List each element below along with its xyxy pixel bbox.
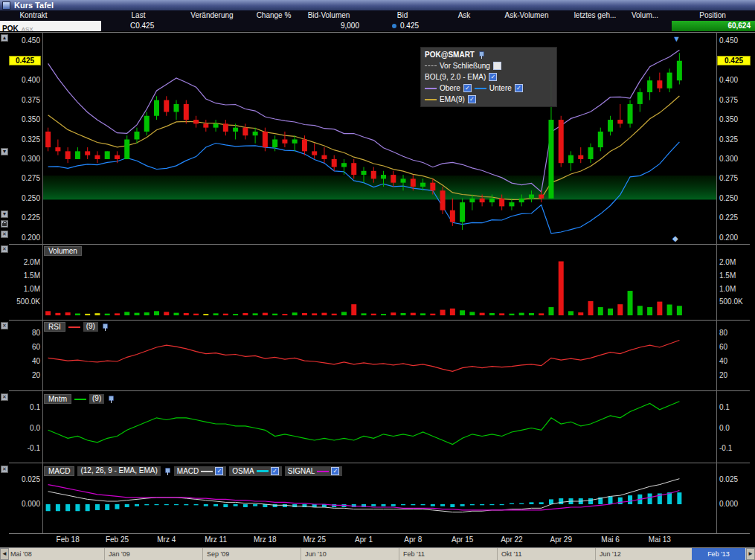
volume-bars xyxy=(45,261,682,315)
contract-cell[interactable]: POKASX xyxy=(0,21,101,31)
rsi-line-sample xyxy=(68,326,80,328)
rsi-panel-label: RSI xyxy=(44,322,65,332)
upper-band-checkbox[interactable]: ✓ xyxy=(463,84,472,92)
header-cell-2[interactable]: Last xyxy=(132,11,146,19)
close-volume-panel-button[interactable]: ✕ xyxy=(1,245,8,253)
close-rsi-panel-button[interactable]: ✕ xyxy=(1,322,8,329)
bollinger-label: BOL(9, 2.0 - EMA) xyxy=(425,73,486,81)
scale-down-button[interactable]: ▼ xyxy=(1,210,8,218)
header-cell-3[interactable]: Veränderung xyxy=(190,11,233,19)
lower-band-label: Untere xyxy=(489,84,512,92)
lower-band-checkbox[interactable]: ✓ xyxy=(515,84,523,92)
panel-separators xyxy=(0,32,755,534)
mntm-line xyxy=(48,402,680,445)
last-bar-marker-icon: ▼ xyxy=(672,34,681,43)
position-cell: 60,624 xyxy=(672,21,755,31)
mntm-panel-header: Mntm (9) xyxy=(44,394,115,404)
timeline-year-label: Jun '12 xyxy=(600,550,621,558)
pin-icon[interactable] xyxy=(164,467,171,475)
timeline-year-label: Feb '11 xyxy=(403,550,425,558)
window-title: Kurs Tafel xyxy=(14,1,54,10)
header-cell-10[interactable]: Volum... xyxy=(632,11,658,19)
scroll-down-button[interactable]: ▼ xyxy=(1,148,8,155)
macd-line-sample xyxy=(201,471,213,472)
timeline-tick xyxy=(497,548,498,560)
macd-panel-label: MACD xyxy=(44,466,74,476)
close-price-panel-button[interactable]: ✕ xyxy=(1,231,8,238)
current-price-tag-right: 0.425 xyxy=(717,56,751,65)
quote-row[interactable]: POKASX C0.425 9,000 0.425 60,624 xyxy=(0,21,755,31)
volume-panel-label: Volumen xyxy=(44,246,82,256)
rsi-line xyxy=(48,341,680,372)
window-icon xyxy=(2,1,10,10)
timeline-year-label: Jan '09 xyxy=(109,550,130,558)
legend-title: POK@SMART xyxy=(425,51,475,59)
title-bar[interactable]: Kurs Tafel xyxy=(0,0,755,10)
kurs-tafel-window: Kurs Tafel KontraktLastVeränderungChange… xyxy=(0,0,755,560)
header-cell-9[interactable]: letztes geh... xyxy=(574,11,617,19)
timeline-tick xyxy=(399,548,399,560)
rsi-panel-header: RSI (9) xyxy=(44,322,109,332)
header-cell-1[interactable]: Kontrakt xyxy=(19,11,47,19)
contract-symbol: POK xyxy=(2,25,19,33)
pin-icon[interactable] xyxy=(107,395,115,403)
close-mntm-panel-button[interactable]: ✕ xyxy=(1,393,8,401)
timeline-tick xyxy=(595,548,596,560)
timeline-left-arrow[interactable]: ◄ xyxy=(0,548,9,560)
macd-param: (12, 26, 9 - EMA, EMA) xyxy=(77,466,160,476)
chart-legend: POK@SMART Vor Schließung BOL(9, 2.0 - EM… xyxy=(420,47,557,107)
signal-series-checkbox[interactable]: ✓ xyxy=(331,467,339,475)
ema-label: EMA(9) xyxy=(440,95,465,103)
preclose-label: Vor Schließung xyxy=(440,62,490,70)
current-price-tag-left: 0.425 xyxy=(9,56,41,65)
lower-band-line-sample xyxy=(475,88,486,89)
lock-scale-button[interactable] xyxy=(1,220,8,228)
timeline-tick xyxy=(202,548,203,560)
header-cell-5[interactable]: Bid-Volumen xyxy=(308,11,350,19)
timeline-tick xyxy=(301,548,301,560)
timeline-right-arrow[interactable]: ► xyxy=(746,548,755,560)
range-marker-icon: ◆ xyxy=(672,234,678,242)
position-value: 60,624 xyxy=(727,22,751,30)
volume-panel-header: Volumen xyxy=(44,246,82,256)
macd-series-checkbox[interactable]: ✓ xyxy=(215,467,223,475)
osma-series-label: OSMA xyxy=(232,467,254,475)
macd-panel-header: MACD (12, 26, 9 - EMA, EMA) MACD ✓ OSMA … xyxy=(44,466,342,476)
timeline-year-label: Jun '10 xyxy=(305,550,327,558)
upper-band-label: Obere xyxy=(440,84,460,92)
header-cell-8[interactable]: Ask-Volumen xyxy=(505,11,549,19)
header-cell-4[interactable]: Change % xyxy=(257,11,292,19)
bollinger-checkbox[interactable]: ✓ xyxy=(489,73,497,81)
header-cell-6[interactable]: Bid xyxy=(397,11,408,19)
timeline-scrollbar[interactable]: ◄ ► Feb '13 Mai '08Jan '09Sep '09Jun '10… xyxy=(0,547,755,560)
mntm-param: (9) xyxy=(89,394,104,404)
timeline-tick xyxy=(104,548,105,560)
ema-line-sample xyxy=(425,99,437,100)
pin-icon[interactable] xyxy=(478,51,485,59)
scroll-up-button[interactable]: ▲ xyxy=(1,34,8,42)
header-cell-11[interactable]: Position xyxy=(699,11,726,19)
timeline-year-label: Mai '08 xyxy=(10,550,32,558)
rsi-param: (9) xyxy=(83,322,98,332)
mntm-line-sample xyxy=(74,399,86,400)
contract-exchange: ASX xyxy=(22,26,33,33)
upper-band-line-sample xyxy=(425,88,437,89)
ema-checkbox[interactable]: ✓ xyxy=(468,95,476,103)
pin-icon[interactable] xyxy=(101,323,109,331)
macd-series-label: MACD xyxy=(177,467,199,475)
close-macd-panel-button[interactable]: ✕ xyxy=(1,466,8,473)
lock-icon xyxy=(1,221,7,227)
header-cell-7[interactable]: Ask xyxy=(458,11,471,19)
osma-series-checkbox[interactable]: ✓ xyxy=(271,467,279,475)
timeline-selection[interactable]: Feb '13 xyxy=(692,548,745,560)
support-zone-band xyxy=(43,176,716,199)
chart-canvas[interactable] xyxy=(0,0,755,547)
signal-line xyxy=(48,485,680,510)
preclose-checkbox[interactable] xyxy=(493,62,501,70)
bid-value: 0.425 xyxy=(400,22,419,30)
candles-layer xyxy=(45,53,682,230)
bid-dot-icon xyxy=(392,24,396,28)
timeline-year-label: Okt '11 xyxy=(501,550,522,558)
timeline-year-label: Sep '09 xyxy=(207,550,229,558)
signal-line-sample xyxy=(317,471,329,472)
